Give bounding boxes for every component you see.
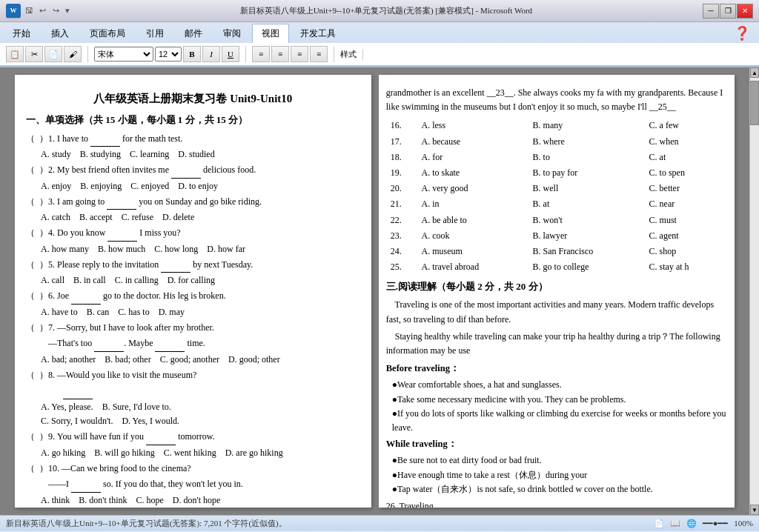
bullet-6: ●Tap water（自来水）is not safe, so drink bot… (386, 482, 727, 496)
before-traveling-header: Before traveling： (386, 361, 727, 376)
question-3: （ ）3. I am going to you on Sunday and go… (26, 194, 360, 210)
choices-table: 16.A. lessB. manyC. a few 17.A. becauseB… (386, 117, 727, 276)
document-title: 八年级英语上册期末复习卷 Unit9-Unit10 (26, 90, 360, 109)
toolbar-group-undo: 📋 ✂ 📄 🖌 (6, 46, 88, 62)
status-bar: 新目标英语八年级上Unit+9--10+单元复习试题(无答案): 7,201 个… (0, 515, 759, 531)
tab-review[interactable]: 审阅 (213, 24, 251, 43)
vertical-scrollbar[interactable]: ▲ ▼ (749, 67, 759, 515)
question-9: （ ）9. You will have fun if you tomorrow. (26, 429, 360, 445)
restore-button[interactable]: ❐ (720, 4, 736, 19)
tab-view[interactable]: 视图 (252, 24, 289, 43)
question-10: （ ）10. —Can we bring food to the cinema? (26, 461, 360, 476)
status-text: 新目标英语八年级上Unit+9--10+单元复习试题(无答案): 7,201 个… (6, 518, 287, 529)
question-8: （ ）8. —Would you like to visit the museu… (26, 368, 360, 382)
view-web-icon[interactable]: 🌐 (686, 519, 697, 528)
choice-row-20: 20.A. very goodB. wellC. better (388, 182, 726, 196)
right-intro-text: grandmother is an excellent __23__. She … (386, 86, 727, 114)
ribbon: 开始 插入 页面布局 引用 邮件 审阅 视图 开发工具 ❓ 📋 ✂ 📄 🖌 宋体… (0, 22, 759, 67)
q3-options: A. catchB. acceptC. refuseD. delete (41, 210, 360, 225)
choice-row-25: 25.A. travel abroadB. go to collegeC. st… (388, 260, 726, 274)
reading-para2: Staying healthy while traveling can make… (386, 330, 727, 358)
bullet-2: ●Take some necessary medicine with you. … (386, 393, 727, 407)
toolbar-group-styles: 样式 (340, 49, 363, 60)
window-title: 新目标英语八年级上Unit+9--10+单元复习试题(无答案) [兼容模式] -… (70, 5, 703, 16)
underline-button[interactable]: U (222, 46, 239, 62)
bold-button[interactable]: B (183, 46, 201, 62)
choice-row-24: 24.A. museumB. San FranciscoC. shop (388, 245, 726, 259)
bullet-1: ●Wear comfortable shoes, a hat and sungl… (386, 378, 727, 392)
format-painter-button[interactable]: 🖌 (64, 46, 82, 62)
q26-text: 26. Traveling ___ A. modern tec C. trave… (386, 499, 727, 508)
app-icon: W (6, 4, 21, 19)
tab-home[interactable]: 开始 (3, 24, 40, 43)
styles-label: 样式 (340, 49, 357, 60)
document-wrapper: 八年级英语上册期末复习卷 Unit9-Unit10 一、单项选择（共 15 小题… (0, 67, 759, 515)
font-size-select[interactable]: 12 (155, 47, 182, 61)
right-page[interactable]: grandmother is an excellent __23__. She … (379, 75, 735, 508)
tab-layout[interactable]: 页面布局 (80, 24, 135, 43)
align-left-button[interactable]: ≡ (252, 46, 270, 62)
bullet-5: ●Have enough time to take a rest（休息）duri… (386, 468, 727, 482)
window-controls[interactable]: ─ ❐ ✕ (703, 4, 753, 19)
view-fullscreen-icon[interactable]: 📖 (670, 519, 680, 528)
scroll-up-button[interactable]: ▲ (750, 67, 759, 78)
ribbon-tabs: 开始 插入 页面布局 引用 邮件 审阅 视图 开发工具 ❓ (0, 22, 759, 43)
zoom-slider[interactable]: ━━●━━ (703, 519, 729, 528)
font-family-select[interactable]: 宋体 (94, 47, 153, 61)
copy-button[interactable]: 📄 (44, 46, 62, 62)
scroll-down-button[interactable]: ▼ (750, 505, 759, 515)
bullet-3: ●If you do lots of sports like walking o… (386, 407, 727, 435)
italic-button[interactable]: I (202, 46, 220, 62)
choice-row-21: 21.A. inB. atC. near (388, 197, 726, 211)
question-6: （ ）6. Joe go to the doctor. His leg is b… (26, 288, 360, 304)
question-5: （ ）5. Please reply to the invitation by … (26, 257, 360, 273)
bullet-4: ●Be sure not to eat dirty food or bad fr… (386, 453, 727, 468)
choice-row-19: 19.A. to skateB. to pay forC. to spen (388, 166, 726, 180)
document-area: 八年级英语上册期末复习卷 Unit9-Unit10 一、单项选择（共 15 小题… (0, 67, 759, 515)
choice-row-22: 22.A. be able toB. won'tC. must (388, 213, 726, 227)
while-traveling-header: While traveling： (386, 436, 727, 452)
toolbar-group-paragraph: ≡ ≡ ≡ ≡ (252, 46, 334, 62)
tab-mailings[interactable]: 邮件 (175, 24, 212, 43)
choice-row-23: 23.A. cookB. lawyerC. agent (388, 229, 726, 243)
q6-options: A. have toB. canC. has toD. may (41, 305, 360, 319)
view-print-icon[interactable]: 📄 (654, 519, 664, 528)
toolbar-group-font: 宋体 12 B I U (94, 46, 246, 62)
scroll-thumb[interactable] (750, 81, 759, 125)
question-10b: ——I so. If you do that, they won't let y… (26, 476, 360, 492)
q5-options: A. callB. in callC. in callingD. for cal… (41, 273, 360, 287)
q2-options: A. enjoyB. enjoyingC. enjoyedD. to enjoy (41, 179, 360, 193)
question-4: （ ）4. Do you know I miss you? (26, 225, 360, 241)
ribbon-toolbar: 📋 ✂ 📄 🖌 宋体 12 B I U ≡ ≡ ≡ ≡ 样式 (0, 43, 759, 66)
cut-button[interactable]: ✂ (25, 46, 43, 62)
tab-developer[interactable]: 开发工具 (291, 24, 345, 43)
choice-row-17: 17.A. becauseB. whereC. when (388, 135, 726, 149)
q4-options: A. how manyB. how muchC. how longD. how … (41, 242, 360, 256)
zoom-level: 100% (734, 519, 753, 528)
question-7: （ ）7. —Sorry, but I have to look after m… (26, 320, 360, 335)
section3-header: 三.阅读理解（每小题 2 分，共 20 分） (386, 279, 727, 295)
help-icon[interactable]: ❓ (734, 25, 750, 41)
status-right: 📄 📖 🌐 ━━●━━ 100% (654, 519, 753, 528)
q9-options: A. go hikingB. will go hikingC. went hik… (41, 446, 360, 460)
align-right-button[interactable]: ≡ (291, 46, 308, 62)
q8-options: A. Yes, please.B. Sure, I'd love to. C. … (41, 400, 360, 428)
left-page[interactable]: 八年级英语上册期末复习卷 Unit9-Unit10 一、单项选择（共 15 小题… (15, 75, 371, 508)
q1-options: A. studyB. studyingC. learningD. studied (41, 147, 360, 162)
q7-options: A. bad; anotherB. bad; otherC. good; ano… (41, 353, 360, 367)
close-button[interactable]: ✕ (737, 4, 753, 19)
q1-bracket: （ ） (26, 131, 48, 146)
paste-button[interactable]: 📋 (6, 46, 24, 62)
justify-button[interactable]: ≡ (310, 46, 328, 62)
tab-insert[interactable]: 插入 (42, 24, 79, 43)
question-8-blank (26, 383, 360, 399)
question-2: （ ）2. My best friend often invites me de… (26, 162, 360, 178)
minimize-button[interactable]: ─ (703, 4, 719, 19)
choice-row-18: 18.A. forB. toC. at (388, 150, 726, 164)
reading-intro: Traveling is one of the most important a… (386, 298, 727, 326)
question-7b: —That's too . Maybe time. (26, 336, 360, 351)
question-1: （ ） 1. I have to for the math test. (26, 131, 360, 147)
align-center-button[interactable]: ≡ (271, 46, 289, 62)
q10-options: A. thinkB. don't thinkC. hopeD. don't ho… (41, 493, 360, 508)
tab-references[interactable]: 引用 (136, 24, 173, 43)
